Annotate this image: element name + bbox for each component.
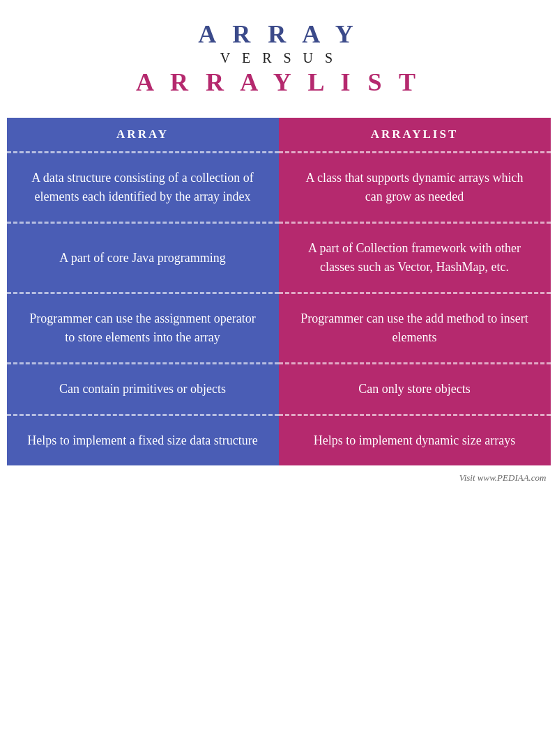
table-header-row: ARRAY ARRAYLIST — [7, 118, 551, 153]
array-cell-2: Programmer can use the assignment operat… — [7, 293, 279, 364]
comparison-table: ARRAY ARRAYLIST A data structure consist… — [7, 118, 551, 465]
table-row: A part of core Java programmingA part of… — [7, 223, 551, 293]
table-row: Helps to implement a fixed size data str… — [7, 415, 551, 466]
arraylist-cell-1: A part of Collection framework with othe… — [279, 223, 551, 293]
arraylist-cell-3: Can only store objects — [279, 364, 551, 415]
array-cell-4: Helps to implement a fixed size data str… — [7, 415, 279, 466]
table-row: A data structure consisting of a collect… — [7, 153, 551, 223]
arraylist-cell-4: Helps to implement dynamic size arrays — [279, 415, 551, 466]
title-arraylist: A R R A Y L I S T — [0, 68, 557, 97]
table-row: Programmer can use the assignment operat… — [7, 293, 551, 364]
footer: Visit www.PEDIAA.com — [7, 465, 551, 488]
arraylist-column-header: ARRAYLIST — [279, 118, 551, 153]
table-row: Can contain primitives or objectsCan onl… — [7, 364, 551, 415]
footer-text: Visit www.PEDIAA.com — [459, 472, 547, 483]
title-versus: V E R S U S — [0, 50, 557, 66]
array-column-header: ARRAY — [7, 118, 279, 153]
arraylist-cell-2: Programmer can use the add method to ins… — [279, 293, 551, 364]
array-cell-0: A data structure consisting of a collect… — [7, 153, 279, 223]
arraylist-cell-0: A class that supports dynamic arrays whi… — [279, 153, 551, 223]
page-header: A R R A Y V E R S U S A R R A Y L I S T — [0, 0, 557, 105]
title-array: A R R A Y — [0, 20, 557, 49]
array-cell-1: A part of core Java programming — [7, 223, 279, 293]
array-cell-3: Can contain primitives or objects — [7, 364, 279, 415]
